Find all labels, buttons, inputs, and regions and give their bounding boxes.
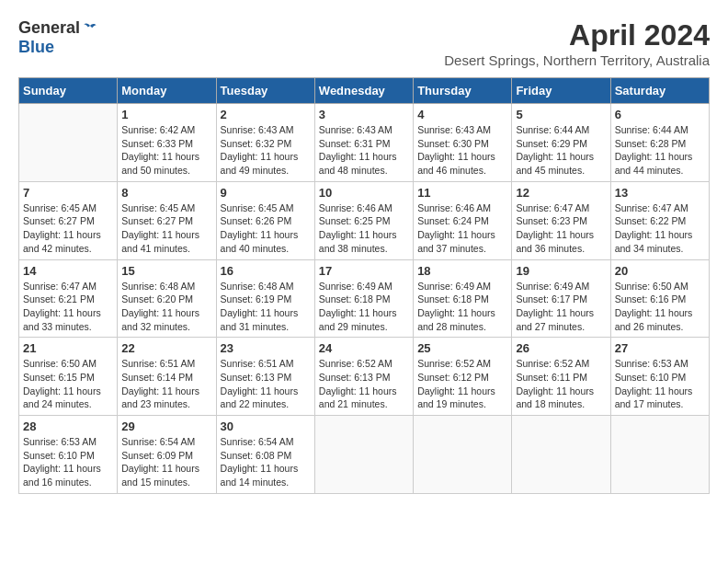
calendar-day-cell: 19Sunrise: 6:49 AMSunset: 6:17 PMDayligh… (512, 259, 610, 338)
day-info: Sunrise: 6:49 AMSunset: 6:17 PMDaylight:… (516, 280, 606, 334)
calendar-day-cell: 5Sunrise: 6:44 AMSunset: 6:29 PMDaylight… (512, 104, 610, 182)
calendar-day-cell: 6Sunrise: 6:44 AMSunset: 6:28 PMDaylight… (610, 104, 709, 182)
calendar-day-cell: 20Sunrise: 6:50 AMSunset: 6:16 PMDayligh… (610, 259, 709, 338)
day-of-week-header: Saturday (610, 78, 709, 104)
day-number: 5 (516, 108, 606, 121)
logo-bird-icon (82, 20, 98, 37)
day-number: 19 (516, 264, 606, 278)
day-info: Sunrise: 6:44 AMSunset: 6:28 PMDaylight:… (615, 123, 705, 178)
day-number: 12 (516, 186, 606, 200)
day-number: 22 (121, 341, 211, 355)
day-info: Sunrise: 6:52 AMSunset: 6:13 PMDaylight:… (319, 357, 409, 411)
day-number: 11 (417, 186, 507, 200)
calendar-day-cell: 22Sunrise: 6:51 AMSunset: 6:14 PMDayligh… (118, 338, 216, 416)
calendar-table: SundayMondayTuesdayWednesdayThursdayFrid… (18, 77, 710, 494)
calendar-week-row: 14Sunrise: 6:47 AMSunset: 6:21 PMDayligh… (19, 259, 710, 338)
day-of-week-header: Wednesday (314, 78, 413, 104)
calendar-week-row: 7Sunrise: 6:45 AMSunset: 6:27 PMDaylight… (19, 181, 710, 259)
day-number: 26 (516, 341, 606, 355)
day-number: 24 (319, 341, 409, 355)
day-info: Sunrise: 6:51 AMSunset: 6:13 PMDaylight:… (221, 357, 311, 411)
calendar-day-cell: 13Sunrise: 6:47 AMSunset: 6:22 PMDayligh… (610, 181, 709, 259)
logo: General Blue (18, 18, 98, 57)
day-number: 29 (121, 419, 211, 433)
calendar-day-cell: 14Sunrise: 6:47 AMSunset: 6:21 PMDayligh… (19, 259, 118, 338)
day-number: 2 (221, 108, 311, 121)
day-number: 23 (221, 341, 311, 355)
calendar-day-cell: 12Sunrise: 6:47 AMSunset: 6:23 PMDayligh… (512, 181, 610, 259)
day-of-week-header: Sunday (19, 78, 118, 104)
day-number: 16 (221, 264, 311, 278)
calendar-day-cell: 1Sunrise: 6:42 AMSunset: 6:33 PMDaylight… (118, 104, 216, 182)
day-info: Sunrise: 6:54 AMSunset: 6:09 PMDaylight:… (121, 435, 211, 489)
calendar-day-cell: 7Sunrise: 6:45 AMSunset: 6:27 PMDaylight… (19, 181, 118, 259)
calendar-day-cell: 9Sunrise: 6:45 AMSunset: 6:26 PMDaylight… (216, 181, 314, 259)
day-number: 3 (319, 108, 409, 121)
day-of-week-header: Friday (512, 78, 610, 104)
day-info: Sunrise: 6:53 AMSunset: 6:10 PMDaylight:… (615, 357, 705, 411)
day-number: 1 (121, 108, 211, 121)
day-number: 25 (417, 341, 507, 355)
calendar-day-cell: 17Sunrise: 6:49 AMSunset: 6:18 PMDayligh… (314, 259, 413, 338)
day-number: 30 (221, 419, 311, 433)
day-number: 4 (417, 108, 507, 121)
day-info: Sunrise: 6:47 AMSunset: 6:21 PMDaylight:… (23, 280, 113, 334)
day-number: 20 (615, 264, 705, 278)
day-info: Sunrise: 6:50 AMSunset: 6:15 PMDaylight:… (23, 357, 113, 411)
day-number: 13 (615, 186, 705, 200)
calendar-day-cell: 11Sunrise: 6:46 AMSunset: 6:24 PMDayligh… (414, 181, 512, 259)
calendar-day-cell: 26Sunrise: 6:52 AMSunset: 6:11 PMDayligh… (512, 338, 610, 416)
day-info: Sunrise: 6:48 AMSunset: 6:19 PMDaylight:… (221, 280, 311, 334)
day-info: Sunrise: 6:52 AMSunset: 6:11 PMDaylight:… (516, 357, 606, 411)
day-number: 8 (121, 186, 211, 200)
day-info: Sunrise: 6:45 AMSunset: 6:27 PMDaylight:… (121, 201, 211, 256)
day-info: Sunrise: 6:51 AMSunset: 6:14 PMDaylight:… (121, 357, 211, 411)
day-info: Sunrise: 6:53 AMSunset: 6:10 PMDaylight:… (23, 435, 113, 489)
calendar-week-row: 21Sunrise: 6:50 AMSunset: 6:15 PMDayligh… (19, 338, 710, 416)
title-area: April 2024 Desert Springs, Northern Terr… (444, 18, 710, 68)
calendar-day-cell (610, 416, 709, 494)
day-number: 18 (417, 264, 507, 278)
day-info: Sunrise: 6:52 AMSunset: 6:12 PMDaylight:… (417, 357, 507, 411)
day-number: 14 (23, 264, 113, 278)
day-info: Sunrise: 6:43 AMSunset: 6:31 PMDaylight:… (319, 123, 409, 178)
calendar-week-row: 28Sunrise: 6:53 AMSunset: 6:10 PMDayligh… (19, 416, 710, 494)
calendar-subtitle: Desert Springs, Northern Territory, Aust… (444, 52, 710, 68)
day-info: Sunrise: 6:49 AMSunset: 6:18 PMDaylight:… (417, 280, 507, 334)
calendar-day-cell: 21Sunrise: 6:50 AMSunset: 6:15 PMDayligh… (19, 338, 118, 416)
day-info: Sunrise: 6:49 AMSunset: 6:18 PMDaylight:… (319, 280, 409, 334)
calendar-day-cell: 15Sunrise: 6:48 AMSunset: 6:20 PMDayligh… (118, 259, 216, 338)
calendar-day-cell (19, 104, 118, 182)
calendar-day-cell: 8Sunrise: 6:45 AMSunset: 6:27 PMDaylight… (118, 181, 216, 259)
day-info: Sunrise: 6:44 AMSunset: 6:29 PMDaylight:… (516, 123, 606, 178)
calendar-day-cell (512, 416, 610, 494)
calendar-week-row: 1Sunrise: 6:42 AMSunset: 6:33 PMDaylight… (19, 104, 710, 182)
calendar-day-cell: 23Sunrise: 6:51 AMSunset: 6:13 PMDayligh… (216, 338, 314, 416)
calendar-day-cell (314, 416, 413, 494)
calendar-day-cell: 3Sunrise: 6:43 AMSunset: 6:31 PMDaylight… (314, 104, 413, 182)
header: General Blue April 2024 Desert Springs, … (18, 18, 710, 68)
calendar-day-cell: 10Sunrise: 6:46 AMSunset: 6:25 PMDayligh… (314, 181, 413, 259)
day-of-week-header: Tuesday (216, 78, 314, 104)
day-number: 6 (615, 108, 705, 121)
logo-blue: Blue (18, 38, 54, 57)
logo-general: General (18, 18, 80, 38)
day-info: Sunrise: 6:47 AMSunset: 6:22 PMDaylight:… (615, 201, 705, 256)
calendar-day-cell: 24Sunrise: 6:52 AMSunset: 6:13 PMDayligh… (314, 338, 413, 416)
day-number: 28 (23, 419, 113, 433)
day-info: Sunrise: 6:43 AMSunset: 6:30 PMDaylight:… (417, 123, 507, 178)
day-number: 21 (23, 341, 113, 355)
calendar-day-cell: 30Sunrise: 6:54 AMSunset: 6:08 PMDayligh… (216, 416, 314, 494)
calendar-day-cell (414, 416, 512, 494)
day-info: Sunrise: 6:46 AMSunset: 6:25 PMDaylight:… (319, 201, 409, 256)
day-info: Sunrise: 6:45 AMSunset: 6:26 PMDaylight:… (221, 201, 311, 256)
day-number: 17 (319, 264, 409, 278)
day-of-week-header: Monday (118, 78, 216, 104)
day-number: 9 (221, 186, 311, 200)
calendar-day-cell: 16Sunrise: 6:48 AMSunset: 6:19 PMDayligh… (216, 259, 314, 338)
day-info: Sunrise: 6:50 AMSunset: 6:16 PMDaylight:… (615, 280, 705, 334)
day-number: 27 (615, 341, 705, 355)
day-info: Sunrise: 6:47 AMSunset: 6:23 PMDaylight:… (516, 201, 606, 256)
calendar-day-cell: 29Sunrise: 6:54 AMSunset: 6:09 PMDayligh… (118, 416, 216, 494)
calendar-day-cell: 2Sunrise: 6:43 AMSunset: 6:32 PMDaylight… (216, 104, 314, 182)
